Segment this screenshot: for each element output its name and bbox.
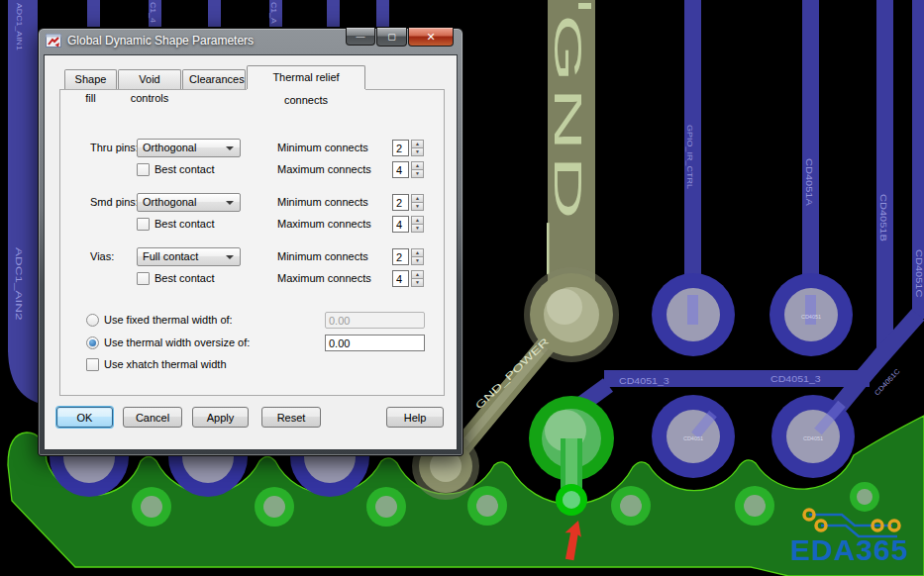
net-label-gpio: GPIO_IR_CTRL bbox=[685, 125, 693, 189]
tab-clearances[interactable]: Clearances bbox=[182, 69, 246, 89]
tab-void-controls[interactable]: Void controls bbox=[118, 69, 181, 89]
net-label-cd4051b: CD4051B bbox=[878, 194, 887, 241]
spin-up-icon[interactable]: ▲ bbox=[411, 216, 424, 225]
smd-pins-row: Smd pins: Orthogonal Minimum connects ▲ … bbox=[60, 193, 444, 240]
spin-up-icon[interactable]: ▲ bbox=[411, 140, 424, 148]
best-contact-label: Best contact bbox=[154, 272, 215, 284]
spin-down-icon[interactable]: ▼ bbox=[411, 225, 424, 233]
smd-max-input[interactable] bbox=[392, 216, 409, 233]
minimize-icon: — bbox=[357, 32, 365, 42]
max-connects-label: Maximum connects bbox=[277, 272, 371, 284]
thermal-width-oversize-label: Use thermal width oversize of: bbox=[104, 336, 250, 348]
eda365-logo-text: EDA365 bbox=[790, 533, 908, 566]
dialog-client-area: Shape fill Void controls Clearances Ther… bbox=[44, 54, 458, 450]
net-label: C1_4 bbox=[149, 2, 158, 23]
dropdown-value: Orthogonal bbox=[143, 142, 196, 153]
thru-pins-dropdown[interactable]: Orthogonal bbox=[137, 139, 241, 157]
max-connects-label: Maximum connects bbox=[277, 218, 371, 230]
thru-pins-row: Thru pins: Orthogonal Minimum connects ▲… bbox=[60, 139, 444, 186]
reset-button[interactable]: Reset bbox=[261, 407, 321, 428]
smd-max-spinner: ▲ ▼ bbox=[392, 216, 424, 233]
dialog-title: Global Dynamic Shape Parameters bbox=[67, 34, 254, 48]
tab-bar: Shape fill Void controls Clearances Ther… bbox=[64, 65, 366, 89]
smd-min-input[interactable] bbox=[392, 194, 409, 211]
help-button[interactable]: Help bbox=[386, 407, 444, 428]
close-button[interactable]: ✕ bbox=[408, 28, 454, 47]
vias-min-spinner: ▲ ▼ bbox=[392, 248, 424, 265]
thru-pins-label: Thru pins: bbox=[90, 142, 139, 153]
spin-up-icon[interactable]: ▲ bbox=[411, 194, 424, 203]
apply-button[interactable]: Apply bbox=[192, 407, 249, 428]
via-pad-gnd bbox=[547, 289, 582, 325]
best-contact-label: Best contact bbox=[154, 218, 215, 230]
net-label-cd4051-3: CD4051_3 bbox=[619, 376, 669, 386]
dialog-window: Global Dynamic Shape Parameters — ▢ ✕ Sh… bbox=[38, 28, 463, 456]
smd-min-spinner: ▲ ▼ bbox=[392, 194, 424, 211]
fixed-thermal-width-field[interactable] bbox=[325, 312, 425, 329]
spin-up-icon[interactable]: ▲ bbox=[411, 270, 424, 279]
net-label-cd4051-3b: CD4051_3 bbox=[770, 374, 821, 384]
net-label: C1_A bbox=[269, 2, 279, 24]
net-label-cd4051c: CD4051C bbox=[914, 249, 923, 297]
window-controls: — ▢ ✕ bbox=[345, 28, 454, 47]
vias-min-input[interactable] bbox=[392, 248, 409, 265]
vias-dropdown[interactable]: Full contact bbox=[137, 247, 241, 266]
spin-up-icon[interactable]: ▲ bbox=[411, 248, 424, 257]
shape-parameters-icon bbox=[46, 34, 61, 48]
vias-max-input[interactable] bbox=[392, 270, 409, 287]
vias-max-spinner: ▲ ▼ bbox=[392, 270, 424, 287]
dropdown-value: Orthogonal bbox=[143, 196, 196, 208]
min-connects-label: Minimum connects bbox=[277, 142, 368, 153]
thermal-width-oversize-radio[interactable] bbox=[86, 336, 99, 349]
xhatch-thermal-width-checkbox[interactable] bbox=[86, 358, 99, 371]
thru-max-input[interactable] bbox=[392, 161, 409, 178]
chevron-down-icon bbox=[226, 255, 234, 259]
fixed-thermal-width-radio[interactable] bbox=[86, 314, 99, 327]
close-icon: ✕ bbox=[426, 31, 435, 44]
highlighted-via bbox=[563, 491, 580, 509]
thermal-width-oversize-field[interactable] bbox=[325, 335, 425, 351]
fixed-thermal-width-label: Use fixed thermal width of: bbox=[104, 314, 233, 326]
pad-text: CD4051 bbox=[803, 435, 823, 441]
dropdown-value: Full contact bbox=[143, 250, 198, 262]
thru-min-spinner: ▲ ▼ bbox=[392, 140, 424, 156]
best-contact-label: Best contact bbox=[154, 163, 215, 175]
maximize-button[interactable]: ▢ bbox=[376, 28, 407, 47]
smd-best-contact-checkbox[interactable] bbox=[137, 218, 150, 231]
xhatch-thermal-width-label: Use xhatch thermal width bbox=[104, 358, 227, 370]
vias-row: Vias: Full contact Minimum connects ▲ ▼ … bbox=[60, 247, 444, 295]
chevron-down-icon bbox=[226, 201, 234, 205]
tab-shape-fill[interactable]: Shape fill bbox=[64, 69, 117, 89]
dialog-titlebar[interactable]: Global Dynamic Shape Parameters — ▢ ✕ bbox=[44, 29, 458, 54]
pad-text: CD4051 bbox=[801, 314, 821, 320]
thru-max-spinner: ▲ ▼ bbox=[392, 161, 424, 178]
vias-best-contact-checkbox[interactable] bbox=[137, 272, 150, 285]
thermal-relief-panel: Thru pins: Orthogonal Minimum connects ▲… bbox=[59, 89, 445, 396]
spin-down-icon[interactable]: ▼ bbox=[411, 257, 424, 265]
tab-thermal-relief-connects[interactable]: Thermal relief connects bbox=[247, 65, 365, 89]
min-connects-label: Minimum connects bbox=[277, 196, 368, 208]
spin-up-icon[interactable]: ▲ bbox=[411, 161, 424, 170]
min-connects-label: Minimum connects bbox=[277, 250, 368, 262]
ok-button[interactable]: OK bbox=[56, 407, 113, 428]
cancel-button[interactable]: Cancel bbox=[123, 407, 182, 428]
max-connects-label: Maximum connects bbox=[277, 163, 371, 175]
pad-text: CD4051 bbox=[683, 435, 703, 441]
thru-min-input[interactable] bbox=[392, 140, 409, 156]
net-label: ADC1_AIN2 bbox=[14, 247, 23, 321]
gnd-net-label: GND_ bbox=[547, 14, 589, 278]
net-label-cd4051a: CD4051A bbox=[804, 158, 813, 206]
chevron-down-icon bbox=[226, 146, 234, 150]
spin-down-icon[interactable]: ▼ bbox=[411, 279, 424, 287]
spin-down-icon[interactable]: ▼ bbox=[411, 170, 424, 178]
maximize-icon: ▢ bbox=[387, 32, 396, 42]
pcb-editor-viewport[interactable]: ADC1_AIN1 ADC1_AIN2 C1_4 C1_A GND_ GND_P… bbox=[0, 0, 924, 576]
smd-pins-dropdown[interactable]: Orthogonal bbox=[137, 193, 241, 212]
spin-down-icon[interactable]: ▼ bbox=[411, 148, 424, 156]
smd-pins-label: Smd pins: bbox=[90, 196, 139, 208]
net-label: ADC1_AIN1 bbox=[15, 3, 25, 50]
minimize-button[interactable]: — bbox=[346, 28, 375, 46]
spin-down-icon[interactable]: ▼ bbox=[411, 203, 424, 211]
vias-label: Vias: bbox=[90, 250, 114, 262]
thru-best-contact-checkbox[interactable] bbox=[137, 163, 150, 176]
